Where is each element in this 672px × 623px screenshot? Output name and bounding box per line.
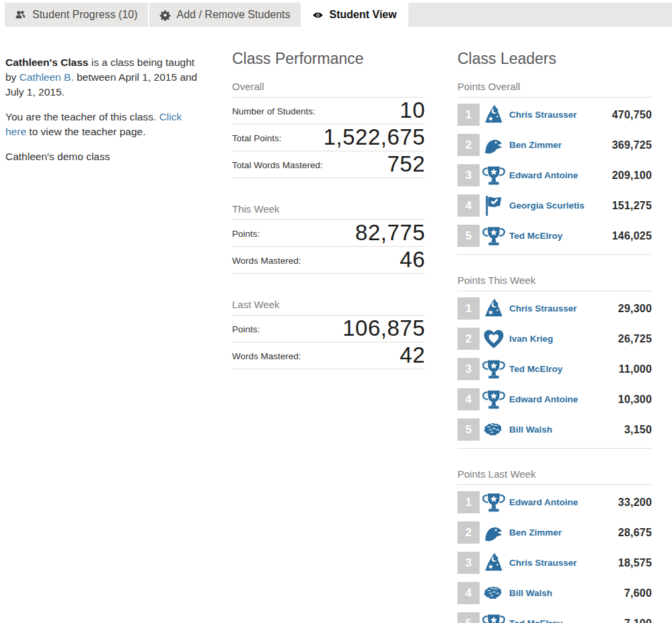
- tab-add-remove-students[interactable]: Add / Remove Students: [149, 3, 301, 27]
- section-heading: Points Last Week: [457, 468, 652, 485]
- tab-label: Student View: [330, 9, 397, 21]
- performance-sections: OverallNumber of Students:10Total Points…: [232, 81, 425, 369]
- class-description: Cathleen's Class is a class being taught…: [5, 50, 219, 623]
- rank-badge: 1: [457, 297, 480, 320]
- performance-row: Number of Students:10: [232, 98, 425, 124]
- tab-label: Student Progress (10): [32, 9, 138, 21]
- performance-label: Words Mastered:: [232, 256, 301, 272]
- student-name-link[interactable]: Ben Zimmer: [509, 527, 562, 538]
- performance-value: 10: [400, 98, 425, 123]
- performance-row: Total Words Mastered:752: [232, 151, 425, 178]
- student-name-link[interactable]: Georgia Scurletis: [509, 200, 585, 211]
- section-heading: Overall: [232, 81, 425, 98]
- leaderboard-section: Points This Week1Chris Strausser29,3002I…: [457, 274, 652, 449]
- rank-badge: 5: [457, 418, 480, 441]
- performance-value: 82,775: [355, 220, 425, 246]
- leaderboard-row: 3Ted McElroy11,000: [457, 354, 652, 384]
- trophy-icon: [480, 357, 508, 381]
- student-name-link[interactable]: Edward Antoine: [509, 394, 578, 404]
- performance-label: Points:: [232, 229, 260, 246]
- points-value: 369,725: [612, 139, 652, 151]
- teacher-link[interactable]: Cathleen B.: [20, 71, 74, 83]
- points-value: 18,575: [618, 557, 652, 569]
- student-name-link[interactable]: Bill Walsh: [509, 588, 552, 598]
- points-value: 28,675: [618, 527, 652, 539]
- dinosaur-icon: [480, 133, 508, 157]
- performance-value: 46: [400, 247, 425, 272]
- leaderboard-row: 1Edward Antoine33,200: [457, 487, 652, 517]
- points-value: 10,300: [618, 394, 652, 406]
- performance-section: This WeekPoints:82,775Words Mastered:46: [232, 203, 425, 274]
- rank-badge: 2: [457, 328, 480, 350]
- leaderboard-row: 2Ben Zimmer369,725: [457, 130, 652, 160]
- points-value: 26,725: [618, 333, 652, 345]
- student-name-link[interactable]: Bill Walsh: [509, 425, 552, 435]
- wizard-hat-icon: [480, 551, 508, 575]
- teacher-paragraph: You are the teacher of this class. Click…: [5, 110, 205, 139]
- points-value: 7,600: [624, 587, 652, 599]
- student-name-link[interactable]: Ted McElroy: [509, 364, 562, 374]
- student-name-link[interactable]: Edward Antoine: [509, 497, 578, 507]
- tab-bar-filler: [408, 3, 672, 27]
- performance-row: Points:82,775: [232, 220, 425, 247]
- rank-badge: 1: [457, 104, 480, 126]
- tab-bar-spacer: [0, 3, 5, 27]
- leaderboard-section: Points Overall1Chris Strausser470,7502Be…: [457, 81, 652, 255]
- leaderboard-row: 5Ted McElroy7,100: [457, 608, 652, 623]
- trophy-icon: [480, 612, 508, 623]
- rank-badge: 4: [457, 388, 480, 410]
- performance-label: Number of Students:: [232, 106, 315, 123]
- wizard-hat-icon: [480, 103, 508, 127]
- performance-label: Words Mastered:: [232, 351, 301, 368]
- points-value: 3,150: [624, 424, 652, 436]
- performance-section: Last WeekPoints:106,875Words Mastered:42: [232, 299, 425, 369]
- tab-student-view[interactable]: Student View: [302, 3, 407, 27]
- student-name-link[interactable]: Ben Zimmer: [509, 140, 562, 150]
- leaderboard-row: 5Bill Walsh3,150: [457, 414, 652, 445]
- tab-label: Add / Remove Students: [177, 9, 291, 21]
- student-name-link[interactable]: Ted McElroy: [509, 618, 562, 623]
- performance-value: 42: [400, 342, 425, 368]
- trophy-icon: [480, 163, 508, 188]
- brain-icon: [480, 581, 508, 606]
- leaderboard-row: 5Ted McElroy146,025: [457, 221, 652, 251]
- student-name-link[interactable]: Chris Strausser: [509, 303, 577, 314]
- points-value: 146,025: [612, 230, 652, 242]
- class-intro-paragraph: Cathleen's Class is a class being taught…: [5, 55, 205, 100]
- points-value: 33,200: [618, 497, 652, 509]
- points-value: 11,000: [619, 363, 652, 375]
- wizard-hat-icon: [480, 297, 508, 321]
- class-leaders-title: Class Leaders: [457, 50, 652, 68]
- tab-student-progress[interactable]: Student Progress (10): [5, 3, 148, 27]
- rank-badge: 5: [457, 612, 480, 623]
- rank-badge: 2: [457, 521, 480, 544]
- class-performance-title: Class Performance: [232, 50, 425, 68]
- trophy-icon: [480, 388, 508, 412]
- rank-badge: 4: [457, 582, 480, 604]
- student-name-link[interactable]: Ivan Krieg: [509, 334, 553, 344]
- leaderboard-rows: 1Chris Strausser29,3002Ivan Krieg26,7253…: [457, 291, 652, 449]
- rank-badge: 3: [457, 164, 480, 186]
- teacher-text: You are the teacher of this class.: [5, 111, 159, 122]
- trophy-icon: [480, 224, 508, 248]
- leaderboard-row: 2Ben Zimmer28,675: [457, 517, 652, 548]
- tab-bar: Student Progress (10) Add / Remove Stude…: [0, 3, 672, 27]
- points-value: 29,300: [618, 303, 652, 315]
- leaderboard-row: 3Edward Antoine209,100: [457, 160, 652, 190]
- section-heading: Points Overall: [457, 81, 652, 98]
- student-name-link[interactable]: Edward Antoine: [509, 170, 578, 180]
- points-value: 470,750: [612, 109, 652, 121]
- leaderboard-rows: 1Edward Antoine33,2002Ben Zimmer28,6753C…: [457, 485, 652, 623]
- class-demo-description: Cathleen's demo class: [5, 149, 205, 164]
- leaderboard-row: 4Edward Antoine10,300: [457, 384, 652, 414]
- performance-value: 752: [387, 151, 425, 177]
- student-name-link[interactable]: Chris Strausser: [509, 558, 577, 568]
- student-name-link[interactable]: Ted McElroy: [509, 231, 562, 241]
- leaderboard-row: 1Chris Strausser29,300: [457, 293, 652, 324]
- section-heading: Points This Week: [457, 274, 652, 291]
- performance-value: 1,522,675: [324, 124, 425, 150]
- gear-icon: [159, 9, 171, 21]
- leaderboard-row: 4Bill Walsh7,600: [457, 578, 652, 608]
- student-name-link[interactable]: Chris Strausser: [509, 110, 577, 120]
- rank-badge: 3: [457, 358, 480, 380]
